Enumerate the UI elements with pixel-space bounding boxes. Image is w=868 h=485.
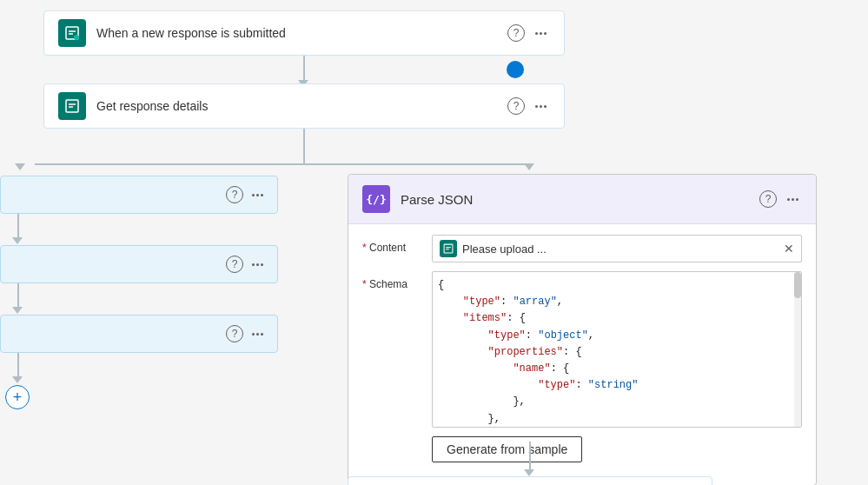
schema-field-row: Schema { "type": "array", "items": { "ty…	[362, 271, 802, 466]
next-card-partial	[348, 476, 712, 485]
parse-json-more-btn[interactable]	[784, 196, 802, 203]
add-step-btn[interactable]: +	[5, 385, 30, 409]
partial-card-2: ?	[0, 245, 278, 283]
generate-from-sample-btn[interactable]: Generate from sample	[432, 436, 582, 462]
arrow-left	[15, 163, 25, 170]
trigger-help-icon[interactable]: ?	[507, 24, 525, 42]
json-code: { "type": "array", "items": { "type": "o…	[438, 277, 796, 428]
content-chip[interactable]: Please upload ... ✕	[432, 235, 802, 262]
connector-left	[35, 163, 303, 165]
chip-text: Please upload ...	[462, 242, 547, 256]
get-response-actions: ?	[507, 97, 550, 115]
partial-card-2-actions: ?	[226, 256, 267, 273]
arrow-below-parse	[524, 469, 534, 476]
schema-scrollbar-thumb	[794, 272, 801, 298]
parse-json-body: Content Please upload ... ✕ Schema	[348, 224, 816, 485]
parse-json-help-icon[interactable]: ?	[759, 190, 777, 208]
trigger-icon	[58, 19, 86, 47]
partial-card-3-actions: ?	[226, 325, 267, 342]
svg-point-3	[74, 35, 79, 40]
get-response-card: Get response details ?	[43, 83, 565, 129]
arrow-left-4	[12, 376, 23, 383]
chip-close-btn[interactable]: ✕	[784, 242, 794, 255]
partial-card-1-actions: ?	[226, 186, 267, 203]
svg-rect-7	[444, 244, 453, 253]
chip-icon	[440, 240, 457, 257]
partial-card-1-help[interactable]: ?	[226, 186, 243, 203]
connector-left-4	[17, 353, 19, 379]
connector-left-3	[17, 283, 19, 309]
partial-card-2-more[interactable]	[248, 262, 267, 268]
parse-json-card: {/} Parse JSON ? Content	[348, 174, 817, 485]
schema-label: Schema	[362, 271, 432, 290]
content-label: Content	[362, 235, 432, 254]
partial-card-3-help[interactable]: ?	[226, 325, 243, 342]
parse-json-title: Parse JSON	[401, 192, 759, 207]
content-field-row: Content Please upload ... ✕	[362, 235, 802, 262]
arrow-left-3	[12, 307, 23, 314]
get-response-more-btn[interactable]	[532, 103, 550, 110]
get-response-icon	[58, 92, 86, 120]
arrow-right	[524, 163, 534, 170]
flow-canvas: When a new response is submitted ? Get r…	[0, 0, 868, 485]
trigger-card: When a new response is submitted ?	[43, 10, 565, 56]
connector-right	[303, 163, 529, 165]
svg-rect-4	[66, 100, 78, 112]
trigger-more-btn[interactable]	[532, 30, 550, 37]
get-response-label: Get response details	[96, 99, 507, 113]
parse-json-icon: {/}	[362, 185, 390, 213]
partial-card-1-more[interactable]	[248, 192, 267, 198]
drop-indicator	[507, 61, 524, 78]
partial-card-1: ?	[0, 176, 278, 214]
schema-scrollbar[interactable]	[794, 272, 801, 427]
connector-below-parse	[529, 442, 531, 472]
arrow-left-2	[12, 237, 23, 244]
connector-2	[303, 129, 305, 163]
parse-json-header: {/} Parse JSON ?	[348, 175, 816, 224]
partial-card-3-more[interactable]	[248, 331, 267, 337]
partial-card-2-help[interactable]: ?	[226, 256, 243, 273]
connector-left-2	[17, 214, 19, 240]
trigger-label: When a new response is submitted	[96, 26, 507, 40]
trigger-actions: ?	[507, 24, 550, 42]
schema-editor[interactable]: { "type": "array", "items": { "type": "o…	[432, 271, 802, 428]
get-response-help-icon[interactable]: ?	[507, 97, 525, 115]
partial-card-3: ?	[0, 315, 278, 353]
